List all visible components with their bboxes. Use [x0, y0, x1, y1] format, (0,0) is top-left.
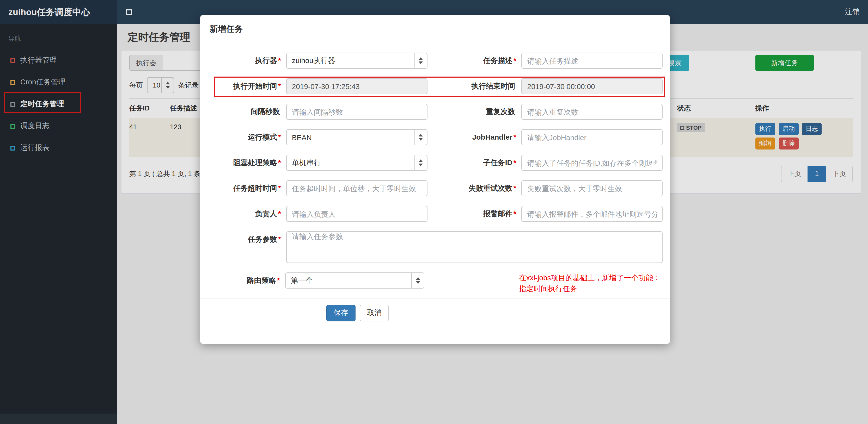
- end-time-input[interactable]: [522, 78, 662, 94]
- save-button[interactable]: 保存: [327, 305, 355, 321]
- repeat-label: 重复次数: [427, 104, 522, 120]
- route-strategy-label: 路由策略*: [209, 272, 285, 289]
- form-row: 任务参数*: [209, 231, 662, 263]
- modal-body: 执行器* zuihou执行器 任务描述* 执行开始时间* 执行结束时间 间隔秒数: [200, 43, 670, 289]
- select-arrows-icon: [414, 53, 427, 68]
- glue-type-select[interactable]: BEAN: [286, 129, 427, 145]
- modal-footer: 保存 取消: [200, 298, 670, 331]
- executor-select-value: zuihou执行器: [292, 56, 336, 65]
- alarm-email-label: 报警邮件*: [427, 206, 522, 222]
- job-param-textarea[interactable]: [286, 231, 662, 263]
- start-time-label: 执行开始时间*: [209, 78, 286, 94]
- form-row: 运行模式* BEAN JobHandler*: [209, 129, 662, 145]
- route-strategy-select-value: 第一个: [291, 276, 313, 285]
- route-strategy-select[interactable]: 第一个: [285, 272, 425, 289]
- block-strategy-select-value: 单机串行: [292, 158, 321, 167]
- modal-header: 新增任务: [200, 15, 670, 43]
- select-arrows-icon: [411, 273, 424, 288]
- timeout-input[interactable]: [286, 180, 427, 196]
- interval-input[interactable]: [286, 104, 427, 120]
- form-row: 负责人* 报警邮件*: [209, 206, 662, 222]
- job-handler-label: JobHandler*: [427, 129, 522, 145]
- child-job-label: 子任务ID*: [427, 155, 522, 171]
- fail-retry-label: 失败重试次数*: [427, 180, 522, 196]
- select-arrows-icon: [414, 155, 427, 170]
- job-handler-input[interactable]: [522, 129, 662, 145]
- timeout-label: 任务超时时间*: [209, 180, 286, 196]
- job-desc-input[interactable]: [522, 53, 662, 69]
- owner-input[interactable]: [286, 206, 427, 222]
- form-row: 执行开始时间* 执行结束时间: [209, 78, 662, 94]
- owner-label: 负责人*: [209, 206, 286, 222]
- executor-select[interactable]: zuihou执行器: [286, 53, 427, 69]
- cancel-button[interactable]: 取消: [360, 305, 389, 321]
- repeat-input[interactable]: [522, 104, 662, 120]
- executor-label: 执行器*: [209, 53, 286, 69]
- glue-type-select-value: BEAN: [292, 133, 312, 141]
- alarm-email-input[interactable]: [522, 206, 662, 222]
- add-task-modal: 新增任务 执行器* zuihou执行器 任务描述* 执行开始时间* 执行结束时间: [200, 15, 670, 344]
- job-desc-label: 任务描述*: [427, 53, 522, 69]
- child-job-input[interactable]: [522, 155, 662, 171]
- modal-title: 新增任务: [210, 25, 243, 33]
- interval-label: 间隔秒数: [209, 104, 286, 120]
- block-strategy-select[interactable]: 单机串行: [286, 155, 427, 171]
- job-param-label: 任务参数*: [209, 231, 286, 263]
- block-strategy-label: 阻塞处理策略*: [209, 155, 286, 171]
- form-row: 路由策略* 第一个 在xxl-jobs项目的基础上，新增了一个功能： 指定时间执…: [209, 272, 662, 289]
- form-row: 执行器* zuihou执行器 任务描述*: [209, 53, 662, 69]
- fail-retry-input[interactable]: [522, 180, 662, 196]
- form-row: 任务超时时间* 失败重试次数*: [209, 180, 662, 196]
- start-time-input[interactable]: [286, 78, 427, 94]
- glue-type-label: 运行模式*: [209, 129, 286, 145]
- select-arrows-icon: [414, 130, 427, 145]
- form-row: 间隔秒数 重复次数: [209, 104, 662, 120]
- form-row: 阻塞处理策略* 单机串行 子任务ID*: [209, 155, 662, 171]
- feature-note: 在xxl-jobs项目的基础上，新增了一个功能： 指定时间执行任务: [519, 272, 662, 289]
- app-root: zuihou任务调度中心 注销 导航 执行器管理 Cron任务管理 定时任务管理…: [0, 0, 868, 424]
- end-time-label: 执行结束时间: [427, 78, 522, 94]
